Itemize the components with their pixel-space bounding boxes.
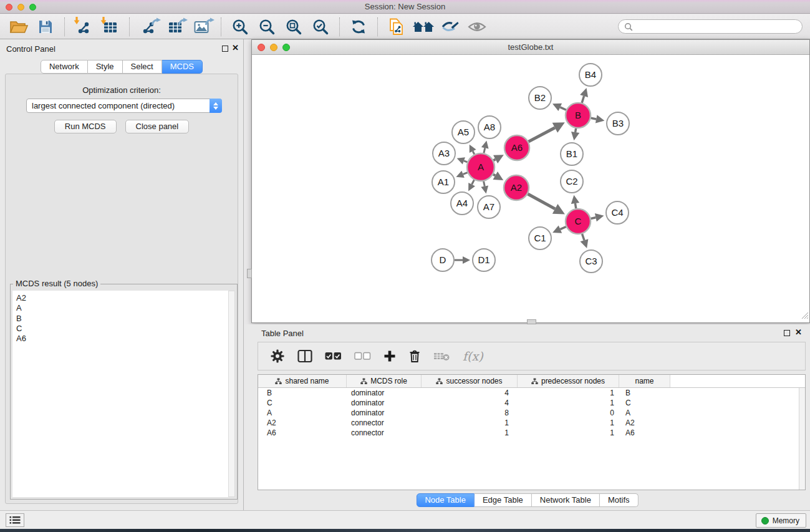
duplicate-network-button[interactable]	[385, 17, 408, 37]
column-header-mcds-role[interactable]: MCDS role	[347, 375, 422, 387]
style-edit-button[interactable]	[439, 17, 461, 37]
tab-mcds[interactable]: MCDS	[162, 60, 203, 74]
tab-network-table[interactable]: Network Table	[532, 493, 600, 507]
zoom-out-button[interactable]	[256, 17, 278, 37]
column-header-name[interactable]: name	[619, 375, 670, 387]
edge-A-A4[interactable]	[468, 180, 475, 191]
node-C[interactable]: C	[566, 209, 591, 234]
node-B[interactable]: B	[566, 103, 591, 128]
tab-select[interactable]: Select	[123, 60, 162, 74]
node-C2[interactable]: C2	[561, 170, 583, 193]
table-row[interactable]: A6connector11A6	[258, 428, 805, 438]
column-header-successor-nodes[interactable]: successor nodes	[422, 375, 518, 387]
zoom-fit-button[interactable]	[282, 17, 305, 37]
table-cell[interactable]: A6	[258, 428, 347, 438]
table-settings-button[interactable]	[270, 349, 285, 364]
resize-grip-icon[interactable]	[801, 311, 809, 322]
table-row[interactable]: A2connector11A2	[258, 418, 805, 428]
tab-node-table[interactable]: Node Table	[416, 493, 475, 507]
zoom-selected-button[interactable]	[309, 17, 332, 37]
select-all-button[interactable]	[325, 352, 342, 360]
table-cell[interactable]: 1	[518, 388, 619, 398]
edge-A-A8[interactable]	[481, 140, 489, 153]
refresh-layout-button[interactable]	[347, 17, 370, 37]
table-cell[interactable]: A2	[619, 418, 670, 428]
table-cell[interactable]: dominator	[347, 408, 422, 418]
search-input[interactable]	[636, 21, 796, 32]
table-cell[interactable]: A2	[258, 418, 347, 428]
column-header-predecessor-nodes[interactable]: predecessor nodes	[518, 375, 619, 387]
edge-C-C2[interactable]	[571, 195, 579, 209]
close-window-button[interactable]	[6, 4, 12, 11]
tab-motifs[interactable]: Motifs	[600, 493, 639, 507]
edge-B-B4[interactable]	[580, 88, 588, 103]
network-window-titlebar[interactable]: testGlobe.txt	[252, 40, 809, 55]
edge-A6-B[interactable]	[529, 122, 565, 142]
criterion-dropdown[interactable]: largest connected component (directed)	[26, 99, 222, 113]
function-builder-button[interactable]: f(x)	[463, 349, 483, 363]
tab-edge-table[interactable]: Edge Table	[475, 493, 532, 507]
node-A4[interactable]: A4	[451, 192, 473, 215]
edge-B-B2[interactable]	[552, 104, 566, 111]
close-panel-icon[interactable]: ✕	[795, 328, 802, 337]
node-A5[interactable]: A5	[452, 121, 475, 143]
open-session-button[interactable]	[7, 17, 30, 37]
table-cell[interactable]: B	[258, 388, 347, 398]
node-A7[interactable]: A7	[478, 196, 500, 218]
table-cell[interactable]: 1	[422, 428, 518, 438]
table-cell[interactable]: B	[619, 388, 670, 398]
table-cell[interactable]: dominator	[347, 388, 422, 398]
export-table-button[interactable]	[164, 17, 186, 37]
edge-A-A7[interactable]	[481, 181, 488, 194]
edge-A-A6[interactable]	[493, 155, 504, 163]
memory-button[interactable]: Memory	[756, 513, 806, 528]
node-A2[interactable]: A2	[504, 175, 529, 200]
splitter-handle-left[interactable]	[247, 269, 252, 278]
close-network-button[interactable]	[258, 44, 265, 51]
add-column-button[interactable]	[383, 350, 396, 362]
table-cell[interactable]: A6	[619, 428, 670, 438]
delete-button[interactable]	[408, 349, 421, 363]
edge-B-B1[interactable]	[571, 128, 579, 141]
tab-style[interactable]: Style	[88, 60, 123, 74]
table-row[interactable]: Adominator80A	[258, 408, 805, 418]
node-A8[interactable]: A8	[478, 116, 501, 138]
save-session-button[interactable]	[34, 17, 57, 37]
table-cell[interactable]: 1	[518, 398, 619, 408]
edge-A-A3[interactable]	[457, 157, 468, 164]
close-panel-icon[interactable]: ✕	[232, 44, 239, 52]
edge-C-C4[interactable]	[591, 213, 604, 221]
network-canvas[interactable]: B4B2BB3B1A5A8A6A3AA1C2A2A4A7C4CC1C3DD1	[252, 55, 809, 322]
node-A1[interactable]: A1	[432, 171, 455, 193]
mcds-result-item[interactable]: A2	[16, 293, 228, 303]
float-panel-icon[interactable]	[222, 46, 228, 52]
show-graphics-details-button[interactable]	[466, 17, 488, 37]
node-C1[interactable]: C1	[529, 227, 551, 249]
delete-column-button[interactable]	[433, 351, 450, 361]
table-cell[interactable]: connector	[347, 428, 422, 438]
table-cell[interactable]: 8	[422, 408, 518, 418]
mcds-result-item[interactable]: A	[16, 303, 228, 313]
table-cell[interactable]: C	[258, 398, 347, 408]
zoom-window-button[interactable]	[29, 4, 36, 11]
table-cell[interactable]: 1	[422, 418, 518, 428]
edge-C-C1[interactable]	[552, 225, 566, 233]
table-cell[interactable]: 4	[422, 388, 518, 398]
table-row[interactable]: Bdominator41B	[258, 388, 805, 398]
mcds-result-item[interactable]: A6	[16, 334, 228, 344]
node-D1[interactable]: D1	[473, 249, 495, 271]
column-header-shared-name[interactable]: shared name	[258, 375, 347, 387]
export-image-button[interactable]	[191, 17, 213, 37]
run-mcds-button[interactable]: Run MCDS	[54, 120, 117, 133]
zoom-in-button[interactable]	[229, 17, 251, 37]
show-columns-button[interactable]	[297, 349, 312, 363]
table-cell[interactable]: 1	[518, 418, 619, 428]
mcds-list-scrollbar[interactable]	[228, 291, 235, 497]
edge-A-A5[interactable]	[470, 145, 476, 155]
splitter-handle-bottom[interactable]	[527, 319, 536, 324]
node-A6[interactable]: A6	[504, 135, 529, 160]
node-D[interactable]: D	[432, 249, 454, 271]
table-cell[interactable]: A	[258, 408, 347, 418]
deselect-all-button[interactable]	[354, 352, 371, 360]
node-C3[interactable]: C3	[580, 250, 602, 273]
